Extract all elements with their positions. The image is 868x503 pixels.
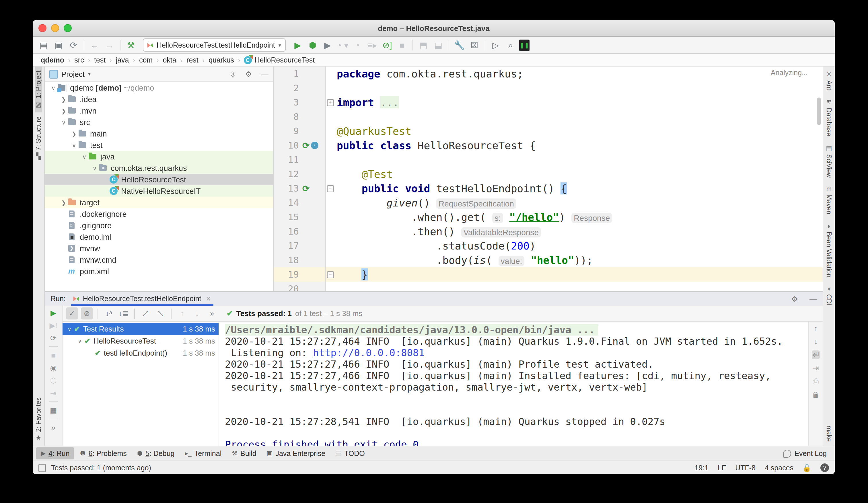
editor-line[interactable]: 13⟳− public void testHelloEndpoint() {: [273, 181, 823, 196]
sync-icon[interactable]: ⟳: [67, 39, 80, 51]
chevron-down-icon[interactable]: ▾: [88, 71, 91, 77]
tool-strip-item-maven[interactable]: mMaven: [826, 181, 833, 218]
more-icon[interactable]: »: [206, 307, 218, 319]
breadcrumb-item-java[interactable]: java: [115, 56, 130, 64]
breadcrumb-item-quarkus[interactable]: quarkus: [207, 56, 235, 64]
more-icon[interactable]: »: [51, 423, 55, 432]
editor-line[interactable]: 8: [273, 109, 823, 124]
show-ignored-icon[interactable]: ⊘: [81, 307, 93, 319]
breadcrumb-item-HelloResourceTest[interactable]: HelloResourceTest: [253, 56, 316, 64]
rerun-profiler-icon[interactable]: ◔: [351, 39, 364, 51]
tree-row[interactable]: ❯mvnw: [45, 243, 273, 254]
breadcrumb-item-qdemo[interactable]: qdemo: [40, 56, 65, 64]
tree-row[interactable]: ∨src: [45, 116, 273, 128]
rerun-icon[interactable]: ▶: [51, 308, 56, 317]
console[interactable]: /Users/mraible/.sdkman/candidates/java/1…: [219, 322, 808, 446]
toolwindow-button-problems[interactable]: ❶6: Problems: [75, 447, 131, 459]
tree-row[interactable]: CHelloResourceTest: [45, 174, 273, 185]
close-icon[interactable]: ✕: [206, 295, 211, 303]
editor[interactable]: Analyzing... 1package com.okta.rest.quar…: [273, 66, 823, 291]
sort-by-duration-icon[interactable]: ↓≣: [117, 307, 130, 319]
tree-row[interactable]: mvnw.cmd: [45, 254, 273, 265]
profiler-icon[interactable]: ◔ ▾: [336, 39, 349, 51]
collapse-all-icon[interactable]: ⇳: [230, 70, 236, 78]
toolwindow-button-todo[interactable]: ☰TODO: [331, 447, 370, 459]
layout-settings-icon[interactable]: ▦: [50, 406, 57, 415]
open-icon[interactable]: ▤: [37, 39, 50, 51]
editor-line[interactable]: 3+import ...: [273, 95, 823, 109]
test-tree-row[interactable]: ✔testHelloEndpoint()1 s 38 ms: [63, 347, 219, 359]
coverage-icon[interactable]: ▶: [321, 39, 334, 51]
tool-strip-item-make[interactable]: make: [826, 421, 833, 446]
scroll-to-end-icon[interactable]: ⇥: [813, 364, 819, 372]
update-application-icon[interactable]: ⬒: [417, 39, 430, 51]
save-icon[interactable]: ▣: [52, 39, 65, 51]
event-log-button[interactable]: Event Log: [783, 449, 831, 458]
forward-icon[interactable]: →: [103, 39, 116, 51]
editor-line[interactable]: 20: [273, 282, 823, 291]
fold-collapse-icon[interactable]: −: [327, 185, 334, 192]
test-tree-row[interactable]: ∨✔Test Results1 s 38 ms: [63, 323, 219, 335]
editor-scrollbar[interactable]: [817, 97, 821, 125]
toolwindow-button-run[interactable]: ▶4: Run: [36, 447, 74, 459]
suspend-icon[interactable]: ⬡: [50, 376, 57, 385]
unlock-icon[interactable]: 🔓: [803, 464, 811, 472]
chevron-right-icon[interactable]: ❯: [60, 199, 68, 206]
tool-strip-item-cdi[interactable]: ◖CDI: [826, 281, 833, 310]
clear-icon[interactable]: 🗑: [812, 390, 819, 399]
debug-icon[interactable]: ⬢: [306, 39, 319, 51]
show-passed-icon[interactable]: ✓: [66, 307, 78, 319]
project-panel-title[interactable]: Project: [61, 70, 85, 78]
restore-layout-icon[interactable]: ⇥: [50, 389, 56, 397]
editor-line[interactable]: 14 given() RequestSpecification: [273, 196, 823, 210]
scroll-up-icon[interactable]: ↑: [814, 324, 818, 333]
run-configuration-select[interactable]: HelloResourceTest.testHelloEndpoint▾: [143, 39, 286, 52]
chevron-down-icon[interactable]: ∨: [65, 326, 74, 332]
tool-strip-item-ant[interactable]: ✳Ant: [826, 66, 833, 94]
breadcrumb-item-com[interactable]: com: [138, 56, 154, 64]
tree-row[interactable]: ❯.mvn: [45, 105, 273, 116]
search-everywhere-icon[interactable]: ⌕: [504, 39, 517, 51]
tree-row[interactable]: ∨qdemo [demo] ~/qdemo: [45, 82, 273, 94]
tool-strip-item-database[interactable]: ≋Database: [826, 94, 833, 140]
sort-alphabetically-icon[interactable]: ↓ᵃ: [103, 307, 115, 319]
editor-line[interactable]: 1package com.okta.rest.quarkus;: [273, 66, 823, 81]
breadcrumb-item-okta[interactable]: okta: [162, 56, 177, 64]
tree-row[interactable]: ∨java: [45, 151, 273, 162]
fold-collapse-icon[interactable]: −: [327, 271, 334, 278]
run-test-icon[interactable]: ⟳: [302, 140, 310, 150]
tool-strip-item-2-favorites[interactable]: 2: Favorites★: [35, 394, 42, 446]
project-structure-icon[interactable]: ⚄: [468, 39, 481, 51]
editor-line[interactable]: 11: [273, 153, 823, 167]
help-icon[interactable]: ?: [820, 463, 829, 472]
tree-row[interactable]: mpom.xml: [45, 265, 273, 277]
editor-line[interactable]: 17 .statusCode(200): [273, 239, 823, 253]
tree-row[interactable]: ∨test: [45, 139, 273, 151]
tree-row[interactable]: ∨com.okta.rest.quarkus: [45, 162, 273, 174]
tree-row[interactable]: .gitignore: [45, 220, 273, 231]
editor-line[interactable]: 16 .then() ValidatableResponse: [273, 224, 823, 239]
chevron-down-icon[interactable]: ∨: [91, 165, 99, 171]
indent-setting[interactable]: 4 spaces: [765, 464, 793, 472]
breadcrumb-item-test[interactable]: test: [93, 56, 107, 64]
toolwindow-button-debug[interactable]: ⬢5: Debug: [133, 447, 179, 459]
chevron-right-icon[interactable]: ❯: [60, 96, 68, 102]
toolwindow-button-terminal[interactable]: ▸_Terminal: [180, 447, 226, 459]
editor-line[interactable]: 12 @Test: [273, 167, 823, 181]
breadcrumb-item-src[interactable]: src: [73, 56, 85, 64]
breadcrumb-item-rest[interactable]: rest: [185, 56, 200, 64]
gear-icon[interactable]: ⚙: [792, 294, 798, 303]
toolwindow-switcher-icon[interactable]: [39, 464, 46, 472]
chevron-right-icon[interactable]: ❯: [60, 107, 68, 114]
tree-row[interactable]: demo.iml: [45, 231, 273, 243]
build-hammer-icon[interactable]: ⚒: [124, 39, 137, 51]
toggle-auto-test-icon[interactable]: ⟳: [50, 334, 56, 343]
tool-strip-item-7-structure[interactable]: 7: Structure▚: [35, 112, 42, 164]
editor-line[interactable]: 15 .when().get( s: "/hello") Response: [273, 210, 823, 224]
run-anything-icon[interactable]: ▷: [489, 39, 502, 51]
tree-row[interactable]: ❯main: [45, 128, 273, 139]
editor-line[interactable]: 19− }: [273, 267, 823, 282]
attach-profiler-icon[interactable]: ⊘]: [381, 39, 394, 51]
console-segment[interactable]: http://0.0.0.0:8081: [313, 347, 425, 358]
test-tree-row[interactable]: ∨✔HelloResourceTest1 s 38 ms: [63, 335, 219, 347]
